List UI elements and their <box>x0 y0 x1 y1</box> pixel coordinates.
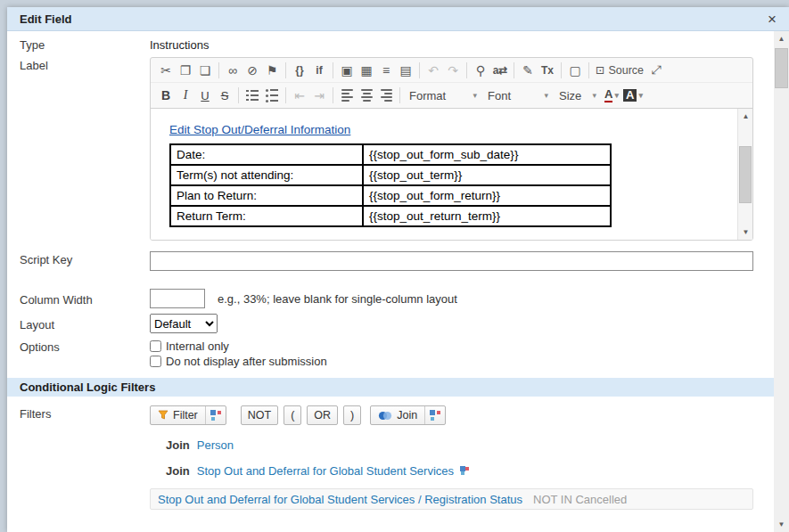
indent-icon[interactable]: ⇥ <box>309 86 329 105</box>
table-cell: Plan to Return: <box>170 185 363 206</box>
toolbar-separator <box>399 87 400 103</box>
editor-content-area[interactable]: Edit Stop Out/Deferral Information Date:… <box>151 108 752 240</box>
replace-icon[interactable]: a⇄ <box>490 61 510 80</box>
filter-segment[interactable]: Filter <box>151 406 205 424</box>
editor-scrollbar[interactable]: ▲ ▼ <box>737 109 752 240</box>
source-icon: ⊡ <box>596 63 604 77</box>
anchor-icon[interactable]: ⚑ <box>262 61 282 80</box>
if-condition-icon[interactable]: if <box>309 61 329 80</box>
font-combo[interactable]: Font ▾ <box>482 86 554 105</box>
filter-toolbar: Filter NOT ( OR ) <box>150 405 446 425</box>
join-segment[interactable]: Join <box>371 406 424 424</box>
add-filter-button[interactable]: Filter <box>150 405 226 425</box>
table-row: Date: {{stop_out_form_sub_date}} <box>170 144 611 165</box>
scroll-up-icon[interactable]: ▲ <box>774 31 789 46</box>
outdent-icon[interactable]: ⇤ <box>290 86 309 105</box>
align-center-icon[interactable] <box>357 86 376 105</box>
underline-icon[interactable]: U <box>195 86 215 105</box>
table-cell: {{stop_out_form_sub_date}} <box>363 144 611 165</box>
toolbar-separator <box>588 62 589 78</box>
scroll-thumb[interactable] <box>775 48 788 88</box>
scroll-down-icon[interactable]: ▼ <box>738 225 752 240</box>
toolbar-separator <box>419 62 420 78</box>
size-combo-label: Size <box>559 89 581 102</box>
internal-only-label: Internal only <box>166 340 229 353</box>
page-background: { "window": { "title": "Edit Field", "cl… <box>0 0 789 532</box>
scroll-up-icon[interactable]: ▲ <box>738 109 752 124</box>
source-label: Source <box>608 64 644 77</box>
options-row: Options Internal only Do not display aft… <box>20 339 774 369</box>
template-icon[interactable]: ▤ <box>396 61 415 80</box>
script-key-input[interactable] <box>150 251 753 271</box>
cut-icon[interactable]: ✂ <box>156 61 176 80</box>
close-paren-button[interactable]: ) <box>343 405 361 425</box>
maximize-icon[interactable]: ⤢ <box>646 61 666 80</box>
chevron-down-icon: ▾ <box>592 91 596 100</box>
image-icon[interactable]: ▣ <box>337 61 357 80</box>
table-cell: Term(s) not attending: <box>170 165 363 185</box>
paste-icon[interactable]: ❏ <box>195 61 215 80</box>
column-width-input[interactable] <box>150 289 205 308</box>
link-icon[interactable]: ∞ <box>223 61 242 80</box>
internal-only-option[interactable]: Internal only <box>150 339 327 354</box>
bullet-list-icon[interactable] <box>262 86 282 105</box>
join-stop-out-link[interactable]: Stop Out and Deferral for Global Student… <box>197 464 454 478</box>
source-button[interactable]: ⊡ Source <box>593 61 646 80</box>
toolbar-separator <box>561 62 562 78</box>
layout-select[interactable]: Default <box>150 314 218 333</box>
join-group-segment[interactable] <box>424 406 445 424</box>
join-options-icon[interactable] <box>460 466 469 475</box>
not-button[interactable]: NOT <box>241 405 278 425</box>
internal-only-checkbox[interactable] <box>150 340 161 352</box>
open-paren-button[interactable]: ( <box>284 405 301 425</box>
redo-icon[interactable]: ↷ <box>443 61 463 80</box>
numbered-list-icon[interactable] <box>242 86 262 105</box>
background-color-button[interactable]: A ▾ <box>621 86 645 105</box>
join-circles-icon <box>378 411 392 421</box>
toolbar-separator <box>238 87 239 103</box>
or-button[interactable]: OR <box>307 405 338 425</box>
unlink-icon[interactable]: ⊘ <box>242 61 262 80</box>
find-icon[interactable]: ⚲ <box>471 61 490 80</box>
strikethrough-icon[interactable]: S <box>215 86 234 105</box>
remove-format-icon[interactable]: Tx <box>538 61 557 80</box>
dialog-scrollbar[interactable]: ▲ ▼ <box>774 31 789 532</box>
dialog-content: Type Instructions Label ✂ ❐ ❏ ∞ ⊘ ⚑ <box>7 31 774 532</box>
table-cell: {{stop_out_term}} <box>363 165 611 185</box>
copy-formatting-icon[interactable]: ✎ <box>518 61 538 80</box>
no-display-checkbox[interactable] <box>150 356 161 367</box>
scroll-thumb[interactable] <box>739 146 752 203</box>
align-left-icon[interactable] <box>337 86 357 105</box>
script-key-row: Script Key <box>20 251 774 271</box>
condition-field-link[interactable]: Stop Out and Deferral for Global Student… <box>158 493 522 506</box>
copy-icon[interactable]: ❐ <box>176 61 195 80</box>
text-color-button[interactable]: A ▾ <box>602 86 621 105</box>
edit-stop-out-link[interactable]: Edit Stop Out/Deferral Information <box>169 123 350 136</box>
align-right-icon[interactable] <box>376 86 396 105</box>
editor-toolbar-row-1: ✂ ❐ ❏ ∞ ⊘ ⚑ {} if ▣ ▦ ≡ ▤ <box>151 58 752 83</box>
toolbar-separator <box>285 62 286 78</box>
merge-braces-icon[interactable]: {} <box>290 61 309 80</box>
select-all-icon[interactable]: ▢ <box>565 61 585 80</box>
size-combo[interactable]: Size ▾ <box>554 86 602 105</box>
no-display-option[interactable]: Do not display after submission <box>150 354 327 369</box>
filter-group-segment[interactable] <box>205 406 226 424</box>
filter-condition-row[interactable]: Stop Out and Deferral for Global Student… <box>150 488 753 510</box>
toolbar-separator <box>333 87 333 103</box>
undo-icon[interactable]: ↶ <box>423 61 443 80</box>
condition-operator: NOT IN Cancelled <box>533 493 627 506</box>
italic-icon[interactable]: I <box>176 86 195 105</box>
column-width-label: Column Width <box>20 291 150 307</box>
type-value: Instructions <box>150 37 209 52</box>
table-cell: {{stop_out_form_return}} <box>363 185 611 206</box>
format-combo[interactable]: Format ▾ <box>404 86 482 105</box>
bold-icon[interactable]: B <box>156 86 176 105</box>
table-cell: {{stop_out_return_term}} <box>363 206 611 226</box>
horizontal-rule-icon[interactable]: ≡ <box>376 61 396 80</box>
table-cell: Date: <box>170 144 363 165</box>
add-join-button[interactable]: Join <box>370 405 446 425</box>
scroll-down-icon[interactable]: ▼ <box>774 517 789 532</box>
join-person-link[interactable]: Person <box>197 438 234 452</box>
table-icon[interactable]: ▦ <box>357 61 376 80</box>
close-icon[interactable]: × <box>768 12 777 27</box>
